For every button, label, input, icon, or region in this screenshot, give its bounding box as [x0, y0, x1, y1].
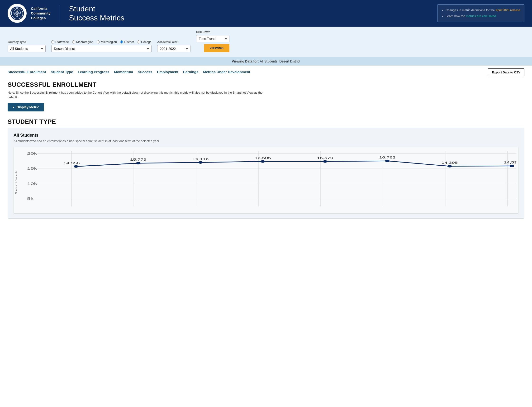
journey-type-select[interactable]: All Students Transfer Career Education B… [8, 45, 46, 52]
header-notice: Changes in metric definitions for the Ap… [437, 4, 524, 22]
scope-statewide-label[interactable]: Statewide [51, 40, 69, 44]
viewing-button[interactable]: VIEWING [204, 44, 229, 52]
notice-line2: Learn how the metrics are calculated [446, 13, 520, 19]
tab-momentum[interactable]: Momentum [114, 70, 133, 75]
drill-viewing-col: Drill Down Time Trend Equity Program VIE… [196, 31, 229, 52]
student-type-title: STUDENT TYPE [8, 118, 524, 125]
nav-tabs: Successful Enrollment Student Type Learn… [0, 66, 532, 76]
scope-microregion-label[interactable]: Microregion [97, 40, 117, 44]
april-release-link[interactable]: April 2023 release [495, 8, 520, 12]
data-point-2 [198, 161, 203, 164]
tab-student-type[interactable]: Student Type [51, 70, 73, 75]
student-type-section: STUDENT TYPE All Students All students w… [8, 118, 524, 219]
svg-text:15,779: 15,779 [130, 158, 146, 161]
successful-enrollment-note: Note: Since the Successful Enrollment ha… [8, 90, 269, 100]
data-point-3 [261, 160, 265, 163]
all-students-card: All Students All students who had an enr… [8, 128, 524, 219]
scope-location-group: Statewide Macroregion Microregion Distri… [51, 40, 152, 52]
svg-text:15k: 15k [27, 166, 37, 171]
scope-radio-group: Statewide Macroregion Microregion Distri… [51, 40, 152, 44]
scope-district-label[interactable]: District [120, 40, 134, 44]
chart-svg: 20k 15k 10k 5k [27, 151, 516, 211]
scope-macroregion-label[interactable]: Macroregion [72, 40, 93, 44]
header-divider [60, 5, 60, 22]
svg-text:20k: 20k [27, 152, 37, 156]
tab-successful-enrollment[interactable]: Successful Enrollment [8, 70, 46, 75]
data-point-6 [447, 165, 452, 167]
card-subtitle: All students who had an enrollment as a … [14, 139, 518, 143]
tab-earnings[interactable]: Earnings [183, 70, 198, 75]
display-metric-label: Display Metric [17, 105, 39, 109]
data-point-4 [323, 160, 327, 163]
tab-metrics-under-development[interactable]: Metrics Under Development [203, 70, 250, 75]
scope-microregion-radio[interactable] [97, 40, 100, 43]
tab-success[interactable]: Success [138, 70, 152, 75]
notice-line1: Changes in metric definitions for the Ap… [446, 7, 520, 13]
ccc-logo-icon [10, 6, 24, 20]
display-metric-button[interactable]: ▼ Display Metric [8, 103, 44, 111]
svg-text:16,570: 16,570 [317, 156, 333, 160]
scope-statewide-radio[interactable] [51, 40, 54, 43]
org-name-text: California Community Colleges [31, 6, 51, 21]
nav-tabs-left: Successful Enrollment Student Type Learn… [8, 70, 255, 75]
data-point-7 [510, 165, 514, 167]
tab-learning-progress[interactable]: Learning Progress [78, 70, 109, 75]
svg-text:14,539: 14,539 [504, 161, 516, 164]
journey-type-label: Journey Type [8, 40, 46, 44]
scope-district-radio[interactable] [120, 40, 123, 43]
successful-enrollment-title: SUCCESSFUL ENROLLMENT [8, 81, 524, 88]
journey-type-group: Journey Type All Students Transfer Caree… [8, 40, 46, 52]
location-select[interactable]: Desert District Los Angeles District San… [51, 45, 152, 52]
svg-text:16,506: 16,506 [254, 156, 271, 160]
data-point-1 [136, 162, 141, 165]
svg-text:14,395: 14,395 [441, 161, 458, 164]
successful-enrollment-section: SUCCESSFUL ENROLLMENT Note: Since the Su… [8, 81, 524, 111]
academic-year-select[interactable]: 2021-2022 2020-2021 2019-2020 2018-2019 [157, 45, 191, 52]
scope-college-radio[interactable] [137, 40, 140, 43]
logo [8, 4, 27, 23]
viewing-prefix: Viewing Data for: [232, 59, 260, 63]
main-content: SUCCESSFUL ENROLLMENT Note: Since the Su… [0, 76, 532, 223]
svg-text:10k: 10k [27, 182, 37, 186]
chevron-down-icon: ▼ [12, 106, 15, 109]
svg-text:16,116: 16,116 [192, 157, 209, 161]
drill-down-select[interactable]: Time Trend Equity Program [196, 35, 229, 42]
drill-down-label: Drill Down [196, 31, 229, 34]
chart-area: 20k 15k 10k 5k [27, 151, 516, 211]
academic-year-group: Academic Year 2021-2022 2020-2021 2019-2… [157, 40, 191, 52]
site-title: Student Success Metrics [69, 4, 124, 23]
viewing-bar: Viewing Data for: All Students, Desert D… [0, 57, 532, 66]
export-csv-button[interactable]: Export Data to CSV [488, 68, 524, 76]
y-axis-label: Number of Students [15, 171, 18, 194]
viewing-value: All Students, Desert District [260, 59, 300, 63]
svg-text:14,356: 14,356 [63, 161, 80, 165]
tab-employment[interactable]: Employment [157, 70, 178, 75]
svg-text:16,762: 16,762 [379, 156, 396, 159]
filter-bar: Journey Type All Students Transfer Caree… [0, 27, 532, 57]
academic-year-label: Academic Year [157, 40, 191, 44]
page-header: California Community Colleges Student Su… [0, 0, 532, 27]
data-point-5 [385, 160, 390, 162]
card-title: All Students [14, 133, 518, 138]
scope-macroregion-radio[interactable] [72, 40, 75, 43]
header-left: California Community Colleges Student Su… [8, 4, 124, 23]
drill-down-group: Drill Down Time Trend Equity Program [196, 31, 229, 42]
metrics-calculated-link[interactable]: metrics are calculated [466, 14, 496, 18]
scope-college-label[interactable]: College [137, 40, 152, 44]
chart-container: Number of Students 20k 15k 10k 5k [14, 147, 518, 214]
svg-text:5k: 5k [27, 197, 34, 201]
data-point-0 [74, 165, 78, 168]
org-name: California Community Colleges [31, 6, 51, 21]
